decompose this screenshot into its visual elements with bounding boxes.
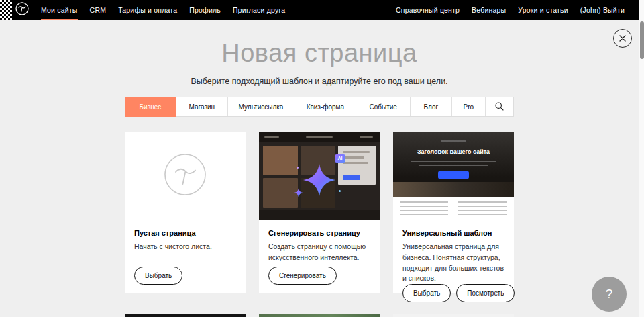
close-button[interactable] — [613, 29, 632, 48]
nav-invite-friend[interactable]: Пригласи друга — [233, 0, 285, 20]
nav-crm[interactable]: CRM — [90, 0, 107, 20]
tab-quiz-form[interactable]: Квиз-форма — [294, 97, 356, 116]
preview-paragraph — [400, 201, 448, 216]
preview-paragraph — [458, 201, 507, 216]
template-card-partial[interactable] — [125, 314, 246, 317]
preview-cta-button — [438, 171, 469, 179]
scrollbar[interactable] — [639, 0, 644, 317]
nav-my-sites[interactable]: Мои сайты — [41, 0, 78, 20]
choose-blank-button[interactable]: Выбрать — [134, 267, 182, 285]
tab-search[interactable] — [485, 97, 513, 116]
preview-text-line — [419, 165, 488, 166]
tab-blog[interactable]: Блог — [410, 97, 451, 116]
tab-shop[interactable]: Магазин — [176, 97, 227, 116]
preview-text-section — [393, 197, 514, 220]
tab-event[interactable]: Событие — [356, 97, 410, 116]
preview-hero: Заголовок вашего сайта — [393, 132, 514, 197]
help-button[interactable]: ? — [592, 277, 627, 312]
nav-lessons[interactable]: Уроки и статьи — [518, 0, 568, 20]
tilda-logo-icon — [15, 1, 30, 19]
checker-decor — [0, 0, 12, 20]
generate-button[interactable]: Сгенерировать — [268, 267, 337, 285]
nav-left-group: Мои сайты CRM Тарифы и оплата Профиль Пр… — [35, 0, 291, 20]
card-description: Создать страницу с помощью искусственног… — [268, 242, 370, 263]
template-card-ai-generate[interactable]: AI Сгенерировать страницу Создать страни… — [259, 132, 380, 293]
search-icon — [495, 102, 504, 112]
card-title: Сгенерировать страницу — [268, 229, 370, 237]
preview-heading: Заголовок вашего сайта — [393, 148, 514, 155]
tilda-mark-icon — [164, 153, 207, 199]
view-universal-button[interactable]: Посмотреть — [456, 284, 515, 302]
preview-thumb — [263, 178, 298, 208]
card-title: Пустая страница — [134, 229, 236, 237]
new-page-screen: Новая страница Выберите подходящий шабло… — [0, 20, 639, 317]
template-category-tabs: Бизнес Магазин Мультиссылка Квиз-форма С… — [125, 97, 514, 117]
close-icon — [619, 34, 626, 44]
template-card-universal[interactable]: Заголовок вашего сайта Универсальный шаб… — [393, 132, 514, 293]
top-navbar: Мои сайты CRM Тарифы и оплата Профиль Пр… — [0, 0, 639, 20]
template-preview-partial — [125, 314, 246, 317]
page-subtitle: Выберите подходящий шаблон и адаптируйте… — [0, 76, 639, 87]
ai-mini-star-icon — [294, 188, 303, 200]
preview-footer — [259, 210, 380, 220]
preview-text-line — [411, 161, 496, 162]
ai-badge: AI — [335, 154, 345, 163]
card-description: Универсальная страница для бизнеса. Поня… — [402, 242, 504, 284]
ai-dot — [339, 190, 341, 192]
scrollbar-thumb[interactable] — [640, 21, 644, 59]
blank-page-preview — [125, 132, 246, 220]
template-card-blank[interactable]: Пустая страница Начать с чистого листа. … — [125, 132, 246, 293]
nav-right-group: Справочный центр Вебинары Уроки и статьи… — [390, 0, 639, 20]
nav-webinars[interactable]: Вебинары — [472, 0, 506, 20]
preview-thumb — [263, 146, 298, 175]
preview-tagline — [441, 140, 466, 142]
preview-panel — [338, 146, 376, 185]
universal-template-preview: Заголовок вашего сайта — [393, 132, 514, 220]
card-description: Начать с чистого листа. — [134, 242, 236, 253]
card-title: Универсальный шаблон — [402, 229, 504, 237]
ai-dot — [297, 167, 299, 169]
nav-tariffs[interactable]: Тарифы и оплата — [118, 0, 177, 20]
page-title: Новая страница — [0, 38, 639, 69]
tab-pro[interactable]: Pro — [451, 97, 485, 116]
tab-business[interactable]: Бизнес — [125, 97, 176, 117]
ai-generate-preview: AI — [259, 132, 380, 220]
choose-universal-button[interactable]: Выбрать — [402, 284, 451, 302]
preview-topbar — [259, 132, 380, 142]
template-preview-partial — [393, 314, 514, 317]
tilda-logo[interactable] — [15, 3, 30, 17]
nav-profile[interactable]: Профиль — [189, 0, 221, 20]
template-preview-partial — [259, 314, 380, 317]
ai-sparkle-icon: AI — [302, 163, 337, 197]
preview-blue-button — [343, 175, 360, 180]
tab-multilink[interactable]: Мультиссылка — [227, 97, 294, 116]
template-grid: Пустая страница Начать с чистого листа. … — [125, 132, 514, 317]
template-card-partial[interactable] — [393, 314, 514, 317]
nav-logout[interactable]: (John) Выйти — [580, 0, 625, 20]
template-card-partial[interactable] — [259, 314, 380, 317]
nav-help-center[interactable]: Справочный центр — [396, 0, 460, 20]
